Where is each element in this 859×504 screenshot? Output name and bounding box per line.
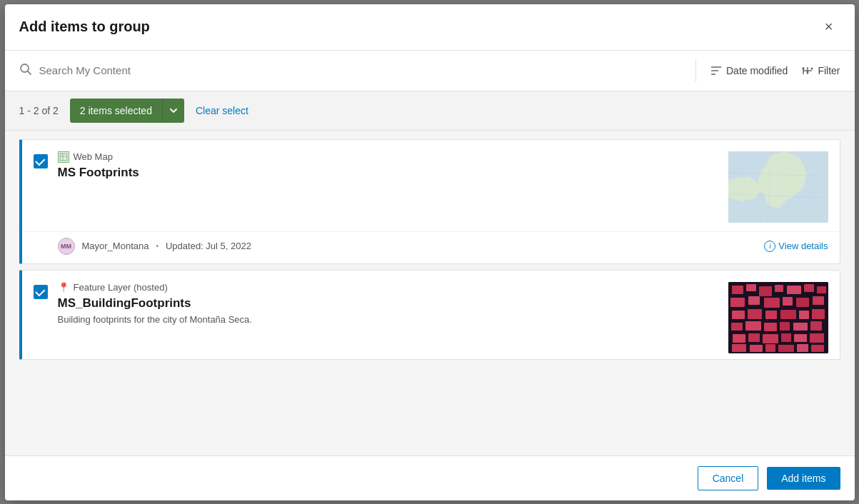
item-checkbox-2[interactable] (34, 285, 48, 299)
modal-header: Add items to group × (5, 4, 855, 51)
clear-select-button[interactable]: Clear select (196, 105, 248, 116)
item-main-2: 📍 Feature Layer (hosted) MS_BuildingFoot… (22, 271, 840, 359)
svg-rect-37 (780, 310, 796, 319)
list-item: 📍 Feature Layer (hosted) MS_BuildingFoot… (19, 270, 840, 360)
item-description-2: Building footprints for the city of Mont… (58, 313, 718, 326)
svg-rect-45 (810, 321, 822, 331)
sort-button[interactable]: Date modified (710, 65, 788, 76)
toolbar: 1 - 2 of 2 2 items selected Clear select (5, 91, 855, 131)
svg-rect-32 (796, 298, 809, 307)
svg-rect-28 (730, 298, 745, 307)
selected-button[interactable]: 2 items selected (70, 99, 162, 123)
svg-rect-55 (778, 345, 794, 352)
item-name-2: MS_BuildingFootprints (58, 296, 718, 311)
feature-layer-icon: 📍 (58, 282, 69, 293)
item-thumbnail-1 (728, 151, 828, 223)
filter-label: Filter (818, 65, 840, 76)
item-type-row-2: 📍 Feature Layer (hosted) (58, 282, 718, 293)
svg-rect-27 (817, 286, 826, 293)
search-input[interactable] (39, 64, 681, 76)
list-area: Web Map MS Footprints (5, 131, 855, 455)
sort-icon (710, 66, 722, 76)
chevron-down-icon (170, 108, 177, 114)
item-content-2: 📍 Feature Layer (hosted) MS_BuildingFoot… (58, 282, 718, 326)
checkbox-checked-icon (34, 154, 48, 168)
svg-rect-43 (780, 322, 790, 331)
item-name-1: MS Footprints (58, 166, 718, 180)
svg-rect-38 (799, 311, 809, 319)
svg-rect-57 (811, 345, 824, 352)
svg-rect-11 (60, 153, 67, 161)
svg-point-10 (811, 67, 813, 69)
svg-rect-53 (750, 345, 763, 352)
search-icon (19, 63, 32, 79)
svg-rect-26 (804, 284, 814, 292)
search-bar: Date modified Filter (5, 51, 855, 91)
sort-label: Date modified (726, 65, 788, 76)
svg-rect-41 (745, 321, 761, 331)
svg-rect-50 (794, 334, 807, 342)
info-icon: i (764, 241, 775, 252)
item-type-label-2: Feature Layer (hosted) (74, 282, 168, 293)
svg-rect-47 (748, 333, 760, 342)
view-details-button-1[interactable]: i View details (764, 241, 828, 252)
add-items-modal: Add items to group × (5, 4, 855, 500)
filter-icon (802, 66, 813, 76)
svg-rect-40 (731, 323, 743, 331)
item-thumbnail-2 (728, 282, 828, 353)
avatar-1: MM (58, 238, 75, 255)
svg-rect-23 (759, 286, 772, 296)
item-checkbox-1[interactable] (34, 154, 48, 168)
svg-rect-39 (812, 309, 825, 319)
svg-rect-48 (763, 334, 778, 343)
search-left (19, 63, 681, 79)
svg-point-8 (803, 67, 805, 69)
svg-rect-29 (748, 296, 760, 305)
item-content-1: Web Map MS Footprints (58, 151, 718, 183)
selected-dropdown-button[interactable] (162, 99, 184, 123)
view-details-label: View details (778, 241, 828, 251)
svg-point-9 (807, 71, 809, 73)
modal-overlay: Add items to group × (0, 0, 859, 504)
svg-rect-30 (764, 298, 780, 308)
cancel-button[interactable]: Cancel (698, 466, 759, 490)
svg-rect-21 (732, 286, 743, 294)
thumbnail-map (728, 151, 828, 223)
meta-updated-1: Updated: Jul 5, 2022 (166, 241, 251, 251)
thumbnail-satellite (728, 282, 828, 353)
item-meta-1: MM Mayor_Montana • Updated: Jul 5, 2022 (58, 238, 251, 255)
svg-rect-51 (810, 333, 824, 343)
item-main: Web Map MS Footprints (22, 140, 840, 228)
svg-rect-31 (783, 297, 793, 306)
meta-author-1: Mayor_Montana (82, 241, 149, 251)
selected-button-wrap: 2 items selected (70, 99, 184, 123)
add-items-button[interactable]: Add items (767, 467, 840, 490)
item-type-row: Web Map (58, 151, 718, 163)
svg-rect-25 (787, 286, 801, 294)
svg-rect-36 (765, 311, 777, 319)
svg-rect-35 (748, 309, 762, 319)
list-item: Web Map MS Footprints (19, 139, 840, 264)
item-type-label-1: Web Map (74, 151, 113, 162)
svg-rect-33 (813, 296, 824, 305)
meta-dot: • (156, 242, 159, 250)
svg-rect-44 (793, 323, 808, 331)
search-divider (695, 59, 696, 82)
svg-line-1 (27, 71, 31, 74)
svg-rect-54 (765, 344, 775, 352)
checkbox-checked-icon-2 (34, 285, 48, 299)
item-footer-1: MM Mayor_Montana • Updated: Jul 5, 2022 … (22, 231, 840, 263)
count-label: 1 - 2 of 2 (19, 105, 59, 116)
satellite-svg (728, 282, 828, 353)
svg-rect-34 (732, 311, 745, 319)
svg-rect-56 (797, 344, 808, 352)
svg-rect-22 (746, 284, 756, 291)
webmap-icon (58, 151, 69, 163)
modal-footer: Cancel Add items (5, 455, 855, 500)
svg-rect-52 (732, 344, 746, 352)
map-svg (728, 151, 828, 223)
filter-button[interactable]: Filter (802, 65, 840, 76)
close-button[interactable]: × (818, 16, 840, 39)
svg-rect-46 (733, 334, 745, 343)
svg-rect-24 (775, 285, 783, 292)
